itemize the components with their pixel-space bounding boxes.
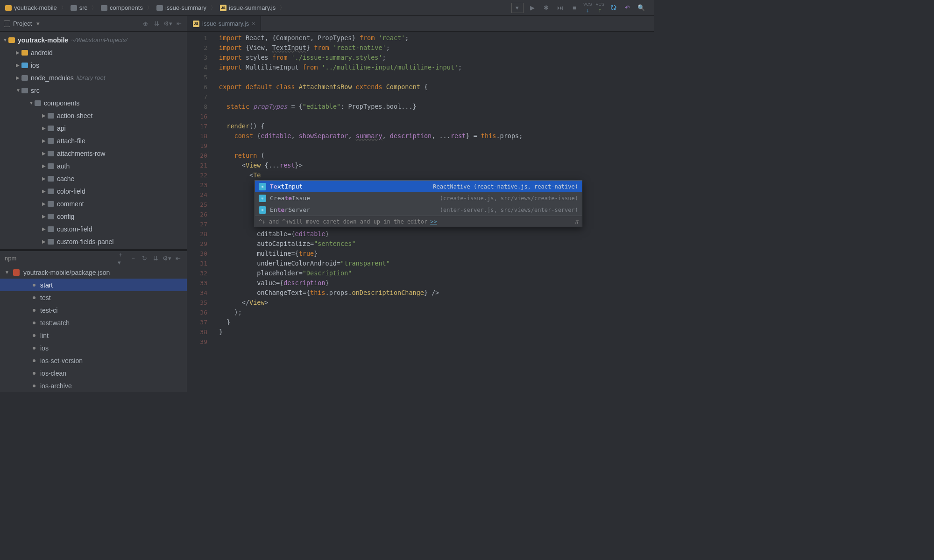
code-line[interactable]: </View> (219, 298, 654, 308)
tree-item[interactable]: ▶attachments-row (0, 147, 187, 160)
code-line[interactable]: render() { (219, 121, 654, 131)
line-number[interactable]: 21 (187, 161, 216, 170)
line-number[interactable]: 16 (187, 112, 216, 121)
code-line[interactable]: import React, {Component, PropTypes} fro… (219, 33, 654, 43)
locate-icon[interactable]: ⊕ (141, 20, 149, 28)
tree-item[interactable]: ▶android (0, 46, 187, 59)
tree-item[interactable]: ▶action-sheet (0, 109, 187, 122)
code-line[interactable]: onChangeText={this.props.onDescriptionCh… (219, 288, 654, 298)
code-line[interactable] (219, 92, 654, 102)
breadcrumb-item[interactable]: youtrack-mobile (4, 4, 58, 11)
gutter[interactable]: 1234567816171819202122232425262728293031… (187, 32, 216, 392)
line-number[interactable]: 8 (187, 102, 216, 112)
completion-item[interactable]: ⚛EnterServer(enter-server.js, src/views/… (255, 204, 582, 216)
editor-body[interactable]: 1234567816171819202122232425262728293031… (187, 32, 654, 392)
tree-item[interactable]: ▶ios (0, 59, 187, 71)
code-line[interactable]: import styles from './issue-summary.styl… (219, 53, 654, 63)
tree-item[interactable]: ▶api (0, 122, 187, 134)
vcs-pull[interactable]: VCS↓ (583, 2, 592, 14)
project-dropdown-icon[interactable]: ▾ (36, 20, 40, 27)
tree-item[interactable]: ▶attach-file (0, 134, 187, 147)
npm-script-item[interactable]: lint (0, 329, 187, 342)
code-line[interactable]: } (219, 317, 654, 327)
npm-package-row[interactable]: ▼ youtrack-mobile/package.json (0, 266, 187, 279)
line-number[interactable]: 26 (187, 210, 216, 219)
line-number[interactable]: 30 (187, 249, 216, 259)
line-number[interactable]: 34 (187, 288, 216, 298)
line-number[interactable]: 33 (187, 278, 216, 288)
code-line[interactable]: export default class AttachmentsRow exte… (219, 82, 654, 92)
refresh-icon[interactable]: ↻ (140, 254, 149, 262)
line-number[interactable]: 18 (187, 131, 216, 141)
close-icon[interactable]: × (252, 21, 255, 27)
line-number[interactable]: 6 (187, 82, 216, 92)
line-number[interactable]: 39 (187, 337, 216, 347)
line-number[interactable]: 24 (187, 190, 216, 200)
npm-script-item[interactable]: test-ci (0, 304, 187, 316)
debug-button[interactable]: ✱ (541, 3, 552, 13)
code-line[interactable]: multiline={true} (219, 249, 654, 259)
line-number[interactable]: 3 (187, 53, 216, 63)
remove-icon[interactable]: － (129, 254, 137, 262)
code-line[interactable]: underlineColorAndroid="transparent" (219, 259, 654, 268)
line-number[interactable]: 17 (187, 121, 216, 131)
code-line[interactable]: <Te (219, 170, 654, 180)
tree-item[interactable]: ▼src (0, 84, 187, 97)
line-number[interactable]: 35 (187, 298, 216, 308)
hide-icon[interactable]: ⇤ (174, 254, 182, 262)
breadcrumb-item[interactable]: issue-summary (155, 4, 208, 11)
line-number[interactable]: 32 (187, 268, 216, 278)
line-number[interactable]: 23 (187, 180, 216, 190)
coverage-button[interactable]: ⏭ (555, 3, 566, 13)
npm-script-item[interactable]: test:watch (0, 316, 187, 329)
code-line[interactable]: static propTypes = {"editable": PropType… (219, 102, 654, 112)
line-number[interactable]: 19 (187, 141, 216, 151)
undo-button[interactable]: ↶ (622, 3, 632, 13)
collapse-icon[interactable]: ⇊ (151, 254, 160, 262)
line-number[interactable]: 20 (187, 151, 216, 161)
code-line[interactable]: placeholder="Description" (219, 268, 654, 278)
code-line[interactable]: autoCapitalize="sentences" (219, 239, 654, 249)
code-area[interactable]: import React, {Component, PropTypes} fro… (216, 32, 654, 392)
run-config-dropdown[interactable]: ▾ (511, 3, 524, 13)
tree-item[interactable]: ▶auth (0, 160, 187, 172)
tree-item[interactable]: ▶config (0, 210, 187, 223)
code-line[interactable]: return ( (219, 151, 654, 161)
tree-item[interactable]: ▶node_moduleslibrary root (0, 71, 187, 84)
code-line[interactable] (219, 141, 654, 151)
code-line[interactable]: import {View, TextInput} from 'react-nat… (219, 43, 654, 53)
line-number[interactable]: 27 (187, 219, 216, 229)
line-number[interactable]: 29 (187, 239, 216, 249)
tree-item[interactable]: ▼components (0, 97, 187, 109)
breadcrumb-item[interactable]: JSissue-summary.js (219, 4, 277, 11)
settings-icon[interactable]: ⚙▾ (163, 20, 172, 28)
breadcrumb-item[interactable]: src (69, 4, 89, 11)
tree-item[interactable]: ▶custom-fields-panel (0, 235, 187, 248)
npm-script-item[interactable]: ios (0, 342, 187, 354)
breadcrumb-item[interactable]: components (99, 4, 144, 11)
search-button[interactable]: 🔍 (636, 3, 646, 13)
tree-root[interactable]: ▼ youtrack-mobile ~/WebstormProjects/ (0, 34, 187, 46)
completion-item[interactable]: ⚛CreateIssue(create-issue.js, src/views/… (255, 192, 582, 204)
npm-script-item[interactable]: ios-archive (0, 379, 187, 392)
project-tree[interactable]: ▼ youtrack-mobile ~/WebstormProjects/ ▶a… (0, 32, 187, 249)
line-number[interactable]: 38 (187, 327, 216, 337)
code-line[interactable]: value={description} (219, 278, 654, 288)
tree-item[interactable]: ▶cache (0, 172, 187, 185)
code-line[interactable]: } (219, 327, 654, 337)
completion-hint-link[interactable]: >> (430, 218, 437, 225)
completion-item[interactable]: ⚛TextInputReactNative (react-native.js, … (255, 181, 582, 192)
vcs-push[interactable]: VCS↑ (595, 2, 604, 14)
npm-tree[interactable]: ▼ youtrack-mobile/package.json starttest… (0, 265, 187, 392)
pi-icon[interactable]: π (575, 218, 578, 225)
completion-popup[interactable]: ⚛TextInputReactNative (react-native.js, … (255, 180, 582, 227)
npm-script-item[interactable]: test (0, 291, 187, 304)
line-number[interactable]: 2 (187, 43, 216, 53)
code-line[interactable] (219, 72, 654, 82)
line-number[interactable]: 4 (187, 63, 216, 72)
code-line[interactable]: ); (219, 308, 654, 317)
settings-icon[interactable]: ⚙▾ (163, 254, 171, 262)
tab-issue-summary[interactable]: JS issue-summary.js × (187, 16, 261, 31)
line-number[interactable]: 7 (187, 92, 216, 102)
line-number[interactable]: 5 (187, 72, 216, 82)
